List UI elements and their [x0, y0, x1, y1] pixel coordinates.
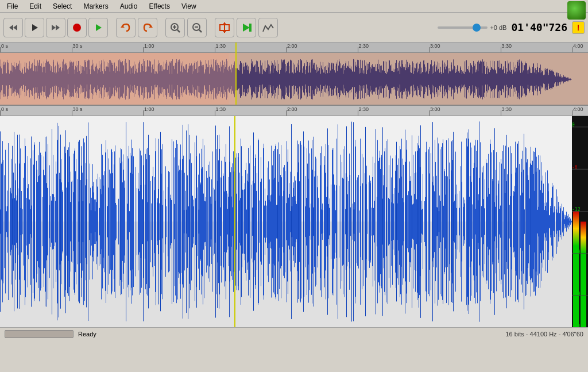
redo-button[interactable] — [138, 18, 157, 37]
menu-select[interactable]: Select — [48, 1, 76, 11]
svg-marker-6 — [96, 24, 102, 31]
play-icon — [29, 22, 40, 33]
main-waveform[interactable] — [0, 116, 572, 327]
status-bar: Ready 16 bits - 44100 Hz - 4'06"60 — [0, 327, 588, 340]
fast-forward-icon — [51, 22, 61, 33]
envelope-tool-button[interactable] — [258, 18, 278, 37]
status-text: Ready — [78, 331, 96, 338]
overview-ruler-content: 0 s30 s1:001:302:002:303:003:304:00 — [0, 43, 588, 52]
overview-ruler: 0 s30 s1:001:302:002:303:003:304:00 — [0, 43, 588, 53]
waveform-area[interactable] — [0, 116, 588, 327]
play-green-button[interactable] — [88, 18, 108, 37]
menu-bar: File Edit Select Markers Audio Effects V… — [0, 0, 588, 13]
overview-panel: 0 s30 s1:001:302:002:303:003:304:00 — [0, 43, 588, 106]
display-area: +0 dB 01'40"726 ! — [438, 21, 585, 34]
warning-button[interactable]: ! — [572, 21, 585, 34]
svg-marker-0 — [9, 25, 13, 30]
record-button[interactable] — [67, 18, 87, 37]
envelope-tool-icon — [262, 21, 274, 34]
svg-marker-19 — [222, 30, 227, 33]
vu-bar-container — [572, 116, 588, 327]
play-button[interactable] — [25, 18, 44, 37]
zoom-in-button[interactable] — [165, 18, 185, 37]
sep1 — [110, 18, 114, 37]
redo-icon — [142, 22, 153, 33]
svg-line-12 — [177, 30, 180, 32]
svg-rect-21 — [249, 24, 252, 32]
trim-tool-icon — [240, 21, 253, 34]
svg-marker-18 — [222, 22, 227, 25]
main-ruler-content: 0 s30 s1:001:302:002:303:003:304:00 — [0, 106, 588, 116]
menu-audio[interactable]: Audio — [115, 1, 142, 11]
zoom-in-icon — [169, 22, 181, 33]
undo-button[interactable] — [116, 18, 136, 37]
zoom-out-icon — [191, 22, 203, 33]
menu-effects[interactable]: Effects — [144, 1, 174, 11]
trim-tool-button[interactable] — [237, 18, 256, 37]
volume-slider[interactable]: +0 dB — [438, 24, 506, 31]
selection-tool-icon — [218, 21, 231, 34]
zoom-out-button[interactable] — [187, 18, 207, 37]
main-panel: 0 s30 s1:001:302:002:303:003:304:00 — [0, 106, 588, 327]
svg-marker-1 — [13, 25, 17, 30]
transport-controls — [3, 18, 108, 37]
menu-edit[interactable]: Edit — [25, 1, 46, 11]
menu-view[interactable]: View — [177, 1, 201, 11]
svg-marker-3 — [52, 25, 56, 30]
overview-waveform[interactable] — [0, 53, 572, 106]
scroll-thumb[interactable] — [5, 330, 74, 338]
svg-marker-8 — [149, 25, 153, 28]
svg-marker-7 — [121, 25, 125, 28]
menu-file[interactable]: File — [2, 1, 22, 11]
rewind-icon — [8, 22, 18, 33]
menu-markers[interactable]: Markers — [79, 1, 113, 11]
position-display: 01'40"726 — [511, 21, 567, 33]
sep2 — [160, 18, 163, 37]
fast-forward-button[interactable] — [46, 18, 65, 37]
sep3 — [209, 18, 212, 37]
svg-marker-20 — [243, 24, 250, 32]
vu-meter — [572, 116, 588, 327]
vu-canvas — [572, 116, 588, 327]
app-icon — [567, 1, 586, 20]
main-ruler: 0 s30 s1:001:302:002:303:003:304:00 — [0, 106, 588, 116]
record-icon — [72, 22, 82, 33]
svg-marker-4 — [56, 25, 60, 30]
volume-thumb[interactable] — [473, 24, 481, 32]
volume-label: +0 dB — [490, 24, 506, 31]
volume-track — [438, 26, 488, 29]
svg-line-15 — [199, 30, 202, 32]
undo-icon — [120, 22, 131, 33]
svg-point-5 — [73, 24, 81, 32]
statusbar-left: Ready — [5, 330, 96, 338]
play-green-icon — [93, 22, 103, 33]
svg-marker-2 — [32, 24, 38, 31]
statusbar-info: 16 bits - 44100 Hz - 4'06"60 — [505, 331, 583, 338]
rewind-button[interactable] — [3, 18, 23, 37]
toolbar: +0 dB 01'40"726 ! — [0, 13, 588, 43]
selection-tool-button[interactable] — [215, 18, 234, 37]
